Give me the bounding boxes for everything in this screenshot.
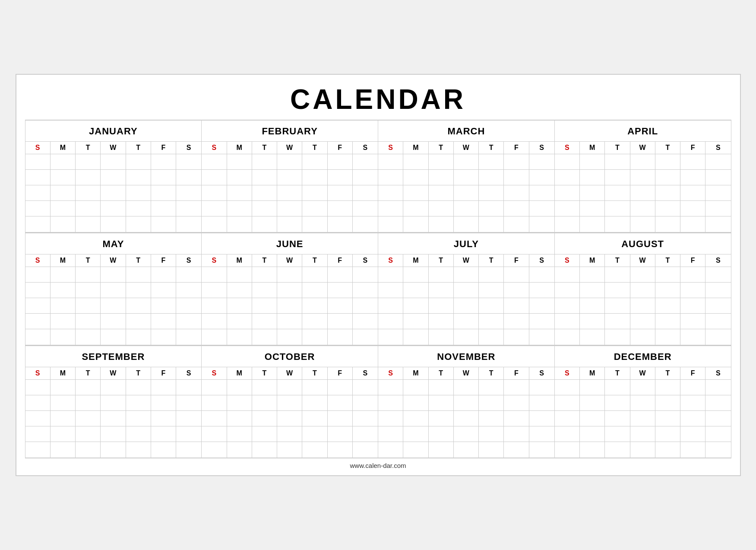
day-cell <box>504 329 529 345</box>
day-cell <box>76 395 101 411</box>
day-cell <box>529 395 554 411</box>
day-cell <box>176 185 201 201</box>
month-name: JUNE <box>202 233 378 254</box>
week-row <box>555 442 731 458</box>
weeks-grid <box>202 154 378 232</box>
day-cell <box>202 411 227 426</box>
day-header-m-1: M <box>227 142 252 154</box>
day-cell <box>454 283 479 298</box>
day-header-f-5: F <box>328 142 353 154</box>
week-row <box>555 201 731 216</box>
day-cell <box>126 298 151 314</box>
day-cell <box>227 380 252 395</box>
day-header-s-0: S <box>202 142 227 154</box>
day-cell <box>252 201 277 216</box>
day-cell <box>277 329 302 345</box>
day-header-m-1: M <box>51 142 76 154</box>
day-cell <box>302 426 327 442</box>
day-headers: SMTWTFS <box>202 367 378 380</box>
day-cell <box>630 395 655 411</box>
day-header-w-3: W <box>101 142 126 154</box>
day-cell <box>454 442 479 458</box>
day-cell <box>277 426 302 442</box>
day-cell <box>504 267 529 283</box>
day-cell <box>252 395 277 411</box>
weeks-grid <box>202 267 378 345</box>
day-header-t-4: T <box>302 142 327 154</box>
day-cell <box>504 298 529 314</box>
month-name: JANUARY <box>25 121 202 142</box>
day-header-s-0: S <box>378 254 403 267</box>
day-cell <box>202 442 227 458</box>
day-cell <box>25 442 51 458</box>
day-cell <box>680 411 705 426</box>
day-cell <box>176 154 201 170</box>
week-row <box>555 170 731 185</box>
day-cell <box>302 201 327 216</box>
day-header-t-2: T <box>252 254 277 267</box>
day-cell <box>680 170 705 185</box>
day-cell <box>504 380 529 395</box>
day-cell <box>353 201 378 216</box>
day-cell <box>580 298 605 314</box>
day-cell <box>202 395 227 411</box>
day-header-m-1: M <box>580 367 605 379</box>
day-cell <box>25 298 51 314</box>
day-cell <box>630 329 655 345</box>
day-cell <box>403 154 428 170</box>
month-name: MARCH <box>378 121 554 142</box>
day-cell <box>454 395 479 411</box>
month-name: AUGUST <box>555 233 731 254</box>
day-cell <box>277 380 302 395</box>
week-row <box>202 267 378 283</box>
day-cell <box>504 170 529 185</box>
day-cell <box>202 267 227 283</box>
day-cell <box>126 442 151 458</box>
day-header-s-6: S <box>353 254 378 267</box>
day-header-f-5: F <box>680 142 705 154</box>
day-cell <box>705 283 731 298</box>
day-header-t-4: T <box>655 142 680 154</box>
day-cell <box>580 283 605 298</box>
day-header-t-2: T <box>429 367 454 379</box>
day-cell <box>454 411 479 426</box>
day-cell <box>529 216 554 232</box>
day-cell <box>151 185 176 201</box>
calendar-title: CALENDAR <box>25 79 731 121</box>
day-cell <box>353 380 378 395</box>
day-cell <box>580 154 605 170</box>
day-cell <box>126 201 151 216</box>
day-header-m-1: M <box>227 367 252 379</box>
day-cell <box>529 201 554 216</box>
day-cell <box>529 154 554 170</box>
day-cell <box>555 216 580 232</box>
day-cell <box>479 411 504 426</box>
day-cell <box>454 201 479 216</box>
week-row <box>25 411 202 426</box>
day-cell <box>176 201 201 216</box>
day-headers: SMTWTFS <box>378 367 554 380</box>
day-cell <box>403 411 428 426</box>
day-cell <box>353 426 378 442</box>
day-cell <box>101 201 126 216</box>
day-cell <box>680 314 705 329</box>
day-cell <box>705 154 731 170</box>
day-cell <box>252 170 277 185</box>
day-header-m-1: M <box>51 367 76 379</box>
day-cell <box>202 154 227 170</box>
day-cell <box>328 216 353 232</box>
week-row <box>202 426 378 442</box>
day-cell <box>25 395 51 411</box>
day-cell <box>151 411 176 426</box>
day-cell <box>101 170 126 185</box>
day-cell <box>630 411 655 426</box>
day-cell <box>25 380 51 395</box>
day-cell <box>429 298 454 314</box>
day-cell <box>227 442 252 458</box>
day-cell <box>655 201 680 216</box>
day-cell <box>429 185 454 201</box>
week-row <box>25 426 202 442</box>
day-cell <box>277 411 302 426</box>
week-row <box>25 154 202 170</box>
day-cell <box>101 442 126 458</box>
